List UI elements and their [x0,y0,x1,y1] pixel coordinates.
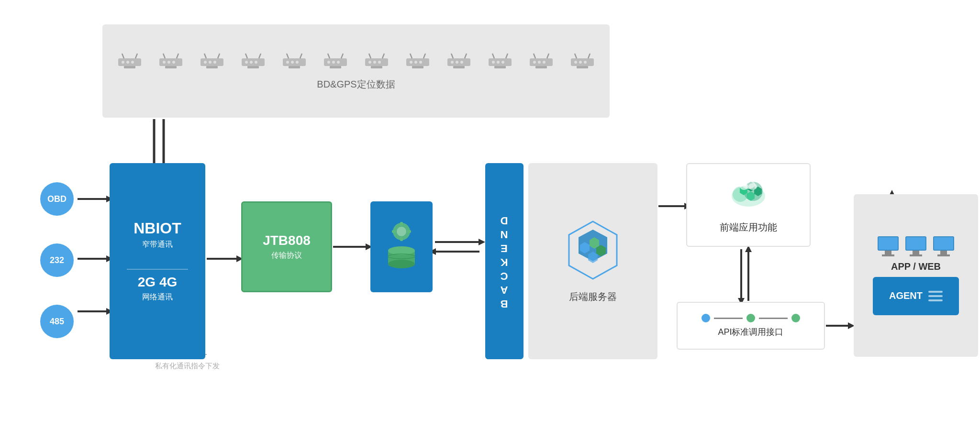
svg-line-59 [259,54,261,58]
svg-rect-71 [330,66,341,68]
svg-line-94 [465,54,467,58]
appweb-area: APP / WEB AGENT [854,194,978,357]
svg-line-79 [369,54,371,58]
rs485-badge: 485 [40,305,74,338]
svg-point-104 [538,61,541,64]
agent-box: AGENT [873,277,959,315]
monitor-screen [905,236,926,251]
agent-label: AGENT [889,290,923,301]
api-line [714,318,743,319]
appweb-label: APP / WEB [891,261,941,272]
svg-point-77 [378,61,381,64]
monitor-stand [885,251,891,254]
monitor-base [882,254,894,256]
router-icon [569,52,596,71]
svg-point-83 [414,61,417,64]
svg-line-44 [163,54,165,58]
jtb-box: JTB808 传输协议 [241,201,332,292]
obd-node: OBD [40,182,74,216]
router-icon [199,52,225,71]
router-icon [281,52,308,71]
api-dot-3 [791,314,800,322]
rs485-node: 485 [40,305,74,338]
monitor-icon-2 [905,236,926,256]
api-dot-1 [702,314,710,322]
svg-point-110 [574,61,577,64]
svg-point-56 [255,61,257,64]
api-line [759,318,788,319]
svg-point-41 [167,61,170,64]
g-label: 2G 4G [138,275,177,290]
svg-point-89 [451,61,454,64]
svg-line-107 [534,54,535,58]
svg-line-52 [218,54,220,58]
svg-line-87 [423,54,425,58]
svg-line-65 [287,54,289,58]
router-icon [322,52,349,71]
frontend-label: 前端应用功能 [720,221,777,234]
monitor-screen [933,236,954,251]
router-row [116,52,596,71]
svg-rect-113 [577,66,588,68]
svg-rect-121 [407,230,411,233]
svg-point-75 [368,61,371,64]
api-dot-2 [746,314,755,322]
monitor-icon-1 [878,236,899,256]
svg-point-63 [296,61,299,64]
svg-point-112 [584,61,587,64]
svg-rect-118 [400,222,403,226]
svg-rect-119 [400,237,403,241]
router-icon [157,52,184,71]
gps-box: BD&GPS定位数据 [102,24,610,118]
svg-point-62 [291,61,294,64]
svg-point-84 [419,61,422,64]
svg-line-80 [382,54,384,58]
router-icon [404,52,431,71]
svg-point-142 [748,183,757,190]
svg-point-76 [373,61,376,64]
svg-rect-43 [165,66,177,68]
jtb-subtitle: 传输协议 [271,251,302,261]
svg-rect-106 [535,66,547,68]
obd-badge: OBD [40,182,74,216]
svg-line-66 [300,54,302,58]
svg-line-114 [575,54,577,58]
svg-point-42 [172,61,175,64]
backend-server-label: 后端服务器 [569,290,617,303]
svg-rect-92 [453,66,465,68]
router-icon [116,52,143,71]
jtb-title: JTB808 [263,233,311,248]
monitor-base [910,254,922,256]
svg-line-58 [245,54,247,58]
api-area: API标准调用接口 [677,302,825,350]
agent-lines [928,291,943,301]
backend-server-area: 后端服务器 [528,163,657,359]
svg-point-35 [131,61,134,64]
nbiot-divider [127,269,188,270]
monitor-icon-3 [933,236,954,256]
api-dots-row [702,314,800,322]
svg-line-93 [451,54,453,58]
svg-point-40 [163,61,166,64]
database-icon [382,218,421,276]
api-label: API标准调用接口 [718,326,783,338]
monitor-screen [878,236,899,251]
svg-line-115 [588,54,590,58]
database-box [370,201,433,292]
svg-point-34 [126,61,129,64]
nbiot-subtitle: 窄带通讯 [142,240,173,250]
rs232-node: 232 [40,243,74,277]
svg-point-98 [501,61,504,64]
svg-point-70 [337,61,340,64]
svg-line-51 [204,54,206,58]
svg-line-100 [492,54,494,58]
svg-point-91 [460,61,463,64]
frontend-area: 前端应用功能 [686,163,811,247]
nbiot-box: NBIOT 窄带通讯 2G 4G 网络通讯 [110,163,205,359]
svg-line-86 [410,54,412,58]
main-wrapper: BD&GPS定位数据 OBD 232 485 NBIOT 窄带通讯 2G 4G … [35,24,945,417]
svg-line-108 [547,54,549,58]
svg-point-141 [740,183,748,190]
monitor-stand [913,251,919,254]
svg-line-72 [328,54,330,58]
